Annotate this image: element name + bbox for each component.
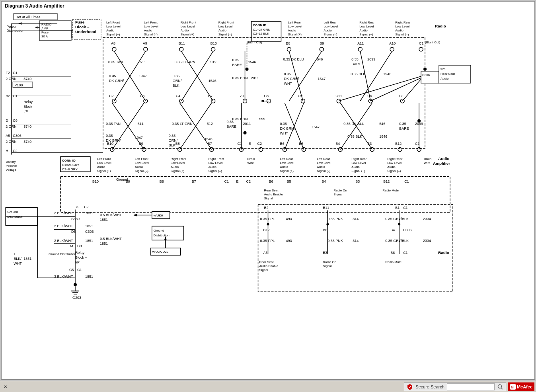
svg-text:2 BLK/WHT: 2 BLK/WHT: [54, 239, 73, 243]
svg-text:BARE: BARE: [232, 63, 242, 67]
svg-text:3740: 3740: [23, 125, 31, 129]
svg-text:C2: C2: [13, 149, 17, 153]
svg-point-71: [358, 47, 362, 51]
svg-text:Audio Enable: Audio Enable: [264, 193, 283, 196]
svg-text:D: D: [6, 119, 8, 123]
svg-text:C1: C1: [403, 251, 408, 255]
svg-text:Diagram 3 Audio Amplifier: Diagram 3 Audio Amplifier: [5, 3, 64, 9]
svg-text:2 ORN: 2 ORN: [6, 140, 16, 144]
svg-text:Radio Mute: Radio Mute: [385, 260, 402, 264]
svg-text:0.35 LT GRN: 0.35 LT GRN: [172, 122, 193, 126]
svg-text:B4: B4: [335, 142, 340, 146]
svg-rect-292: [152, 226, 184, 240]
svg-text:WHT: WHT: [280, 131, 288, 135]
svg-text:BLK: BLK: [169, 143, 175, 147]
mcafee-logo[interactable]: M McAfee: [508, 382, 534, 391]
svg-point-365: [267, 223, 269, 225]
svg-text:A9: A9: [143, 41, 147, 45]
svg-text:Left Rear: Left Rear: [280, 157, 293, 161]
svg-text:2 ORN: 2 ORN: [6, 77, 16, 81]
svg-text:0.5 BLK/WHT: 0.5 BLK/WHT: [100, 237, 122, 241]
svg-text:Distribution: Distribution: [7, 215, 23, 218]
svg-text:Low Level: Low Level: [395, 25, 409, 28]
svg-text:1946: 1946: [383, 72, 391, 76]
svg-text:2099: 2099: [367, 57, 375, 61]
svg-text:ORN/: ORN/: [169, 138, 178, 142]
svg-text:B3: B3: [355, 179, 360, 183]
svg-text:Rear Seat: Rear Seat: [264, 189, 279, 192]
svg-text:F2: F2: [6, 71, 10, 75]
secure-search-section[interactable]: Secure Search: [404, 382, 506, 391]
svg-text:Signal (+): Signal (+): [97, 169, 111, 173]
search-icon[interactable]: [497, 384, 503, 390]
svg-text:DK GRN/: DK GRN/: [280, 127, 295, 131]
svg-text:Low Level: Low Level: [209, 161, 223, 165]
svg-text:Audio: Audio: [171, 165, 179, 169]
svg-text:WHT: WHT: [284, 82, 292, 86]
svg-text:1851: 1851: [85, 224, 93, 228]
svg-text:1851: 1851: [100, 218, 108, 222]
svg-point-75: [423, 68, 427, 71]
svg-text:0.35: 0.35: [227, 120, 234, 124]
svg-text:Audio: Audio: [317, 165, 325, 169]
svg-text:Signal (–): Signal (–): [324, 33, 337, 36]
search-input[interactable]: [447, 383, 495, 390]
svg-text:Low Level: Low Level: [144, 25, 158, 28]
close-button[interactable]: ×: [2, 384, 10, 390]
statusbar: × Secure Search M McAfee: [0, 381, 536, 392]
svg-point-67: [179, 47, 183, 51]
svg-text:0.35 BRN: 0.35 BRN: [232, 117, 248, 121]
svg-text:Low Level: Low Level: [218, 25, 233, 28]
svg-text:Radio Mute: Radio Mute: [382, 189, 399, 192]
svg-text:2011: 2011: [243, 122, 251, 126]
svg-text:Wire: Wire: [424, 161, 431, 165]
svg-text:RADIO: RADIO: [41, 23, 51, 26]
svg-text:1547: 1547: [318, 77, 325, 81]
svg-text:Battery: Battery: [6, 160, 16, 164]
svg-text:1851: 1851: [85, 275, 93, 279]
svg-text:C1: C1: [399, 94, 404, 98]
svg-text:C2: C2: [109, 94, 114, 98]
svg-text:C1=24 GRN: C1=24 GRN: [253, 28, 271, 31]
svg-text:AMP: AMP: [41, 27, 48, 30]
svg-text:Low Level: Low Level: [387, 161, 402, 165]
svg-rect-53: [103, 37, 425, 149]
svg-text:B6: B6: [323, 228, 327, 232]
svg-text:Rear Seat: Rear Seat: [259, 260, 274, 264]
svg-text:BARE: BARE: [227, 125, 236, 129]
svg-text:546: 546: [317, 57, 323, 61]
svg-text:0.35 LT GRN: 0.35 LT GRN: [175, 60, 195, 64]
svg-text:E: E: [249, 142, 251, 146]
svg-text:Ground: Ground: [154, 229, 164, 232]
svg-text:B6: B6: [280, 142, 284, 146]
svg-text:B10: B10: [211, 41, 217, 45]
svg-text:Low Level: Low Level: [97, 161, 111, 165]
svg-text:0.35 PNK: 0.35 PNK: [327, 239, 343, 243]
svg-text:Signal: Signal: [333, 193, 342, 196]
svg-text:B7: B7: [192, 179, 196, 183]
svg-text:w/UK6: w/UK6: [153, 214, 163, 217]
svg-text:Block –: Block –: [75, 255, 87, 259]
svg-text:1546: 1546: [209, 79, 216, 83]
svg-text:CONN ID: CONN ID: [253, 23, 267, 27]
svg-text:Low Level: Low Level: [135, 161, 149, 165]
svg-text:C2: C2: [257, 142, 262, 146]
svg-text:C9: C9: [13, 119, 17, 123]
svg-text:C8: C8: [264, 94, 269, 98]
svg-text:C1=24 GRY: C1=24 GRY: [62, 163, 80, 167]
svg-point-73: [419, 47, 423, 51]
svg-text:Wire: Wire: [248, 161, 254, 165]
svg-point-165: [259, 148, 263, 152]
svg-text:BLK/: BLK/: [14, 257, 21, 261]
svg-text:512: 512: [211, 60, 216, 64]
svg-point-68: [211, 47, 215, 51]
shield-icon: [407, 384, 413, 390]
svg-point-367: [398, 223, 400, 225]
svg-text:B10: B10: [92, 179, 99, 183]
secure-search-label: Secure Search: [415, 384, 444, 389]
svg-text:Signal (+): Signal (+): [106, 33, 120, 36]
svg-text:0.35: 0.35: [351, 57, 359, 61]
svg-text:C1: C1: [404, 179, 409, 183]
svg-text:1851: 1851: [85, 211, 93, 215]
svg-text:2334: 2334: [423, 239, 431, 243]
